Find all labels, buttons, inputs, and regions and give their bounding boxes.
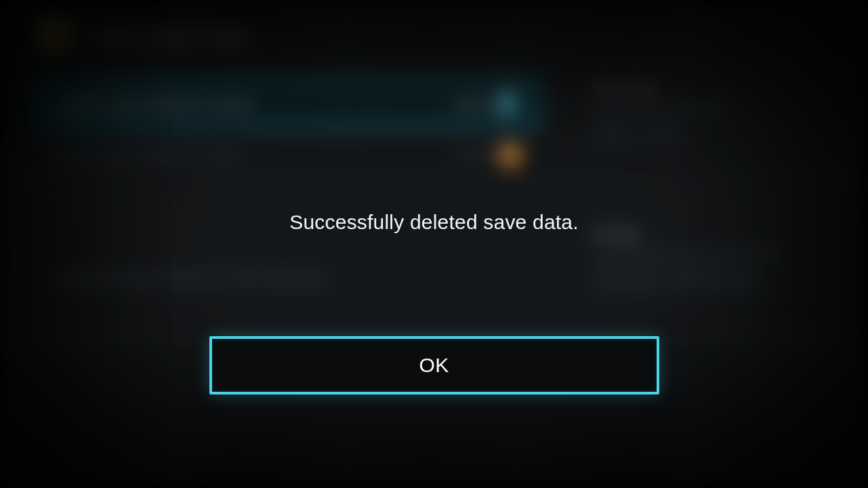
dialog-message: Successfully deleted save data. <box>289 211 578 234</box>
ok-button[interactable]: OK <box>209 336 659 394</box>
modal-overlay: Successfully deleted save data. OK <box>0 0 868 488</box>
ok-button-label: OK <box>419 354 449 377</box>
